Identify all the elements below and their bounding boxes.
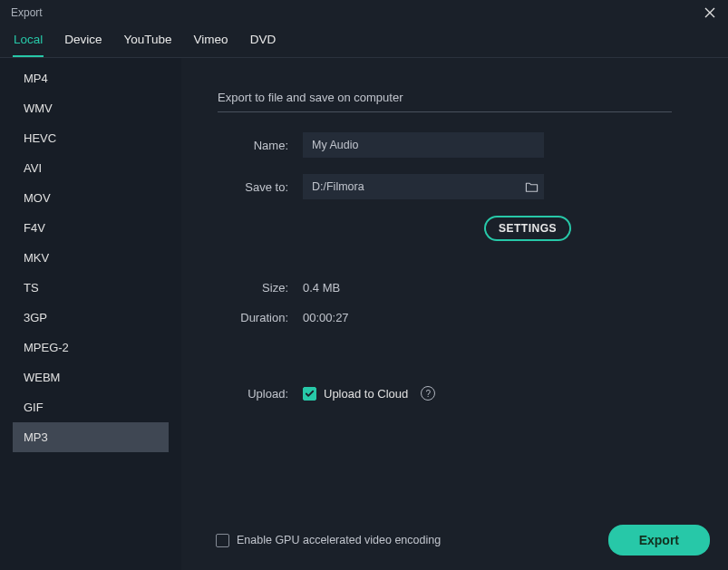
upload-help-button[interactable]: ? xyxy=(421,386,435,401)
upload-label: Upload: xyxy=(181,387,303,401)
saveto-label: Save to: xyxy=(181,180,303,194)
duration-value: 00:00:27 xyxy=(303,311,349,324)
format-item-webm[interactable]: WEBM xyxy=(13,362,169,392)
upload-checkbox[interactable] xyxy=(303,387,316,401)
name-label: Name: xyxy=(181,139,303,152)
check-icon xyxy=(305,389,315,399)
settings-row: SETTINGS xyxy=(181,216,681,241)
format-item-mpeg2[interactable]: MPEG-2 xyxy=(13,333,169,362)
section-title: Export to file and save on computer xyxy=(218,91,672,112)
tabbar: Local Device YouTube Vimeo DVD xyxy=(0,25,728,58)
size-value: 0.4 MB xyxy=(303,281,340,295)
format-item-f4v[interactable]: F4V xyxy=(13,213,169,243)
saveto-row: Save to: xyxy=(181,174,681,199)
format-item-mov[interactable]: MOV xyxy=(13,183,169,213)
window-title: Export xyxy=(11,6,43,19)
footer: Enable GPU accelerated video encoding Ex… xyxy=(181,525,710,556)
duration-label: Duration: xyxy=(181,311,303,324)
name-input[interactable] xyxy=(303,132,544,158)
tab-vimeo[interactable]: Vimeo xyxy=(193,33,229,57)
format-list: MP4 WMV HEVC AVI MOV F4V MKV TS 3GP MPEG… xyxy=(13,63,169,452)
tab-dvd[interactable]: DVD xyxy=(249,33,277,57)
name-row: Name: xyxy=(181,132,681,158)
saveto-input[interactable] xyxy=(303,180,519,193)
close-icon xyxy=(704,6,716,19)
tab-youtube[interactable]: YouTube xyxy=(123,33,173,57)
format-item-hevc[interactable]: HEVC xyxy=(13,123,169,153)
size-label: Size: xyxy=(181,281,303,295)
format-item-gif[interactable]: GIF xyxy=(13,392,169,422)
close-button[interactable] xyxy=(703,5,717,20)
format-item-mp4[interactable]: MP4 xyxy=(13,63,169,93)
format-item-mkv[interactable]: MKV xyxy=(13,243,169,273)
duration-row: Duration: 00:00:27 xyxy=(181,311,681,324)
format-sidebar: MP4 WMV HEVC AVI MOV F4V MKV TS 3GP MPEG… xyxy=(0,58,181,570)
gpu-checkbox-label: Enable GPU accelerated video encoding xyxy=(237,534,441,546)
format-item-mp3[interactable]: MP3 xyxy=(13,422,169,452)
format-item-ts[interactable]: TS xyxy=(13,273,169,303)
format-item-wmv[interactable]: WMV xyxy=(13,93,169,123)
export-window: Export Local Device YouTube Vimeo DVD MP… xyxy=(0,0,728,570)
export-button[interactable]: Export xyxy=(608,525,710,556)
saveto-input-wrap xyxy=(303,174,544,199)
browse-folder-button[interactable] xyxy=(519,174,544,199)
titlebar: Export xyxy=(0,0,728,25)
body-area: MP4 WMV HEVC AVI MOV F4V MKV TS 3GP MPEG… xyxy=(0,58,728,570)
upload-checkbox-wrap: Upload to Cloud ? xyxy=(303,386,435,401)
gpu-checkbox[interactable] xyxy=(216,534,229,547)
tab-device[interactable]: Device xyxy=(63,33,102,57)
folder-icon xyxy=(525,180,539,194)
settings-button[interactable]: SETTINGS xyxy=(484,216,571,241)
gpu-checkbox-wrap: Enable GPU accelerated video encoding xyxy=(216,534,441,547)
upload-row: Upload: Upload to Cloud ? xyxy=(181,386,681,401)
format-item-3gp[interactable]: 3GP xyxy=(13,303,169,333)
format-item-avi[interactable]: AVI xyxy=(13,153,169,183)
size-row: Size: 0.4 MB xyxy=(181,281,681,295)
upload-checkbox-label: Upload to Cloud xyxy=(324,387,408,401)
main-panel: Export to file and save on computer Name… xyxy=(181,58,728,570)
tab-local[interactable]: Local xyxy=(13,33,44,57)
